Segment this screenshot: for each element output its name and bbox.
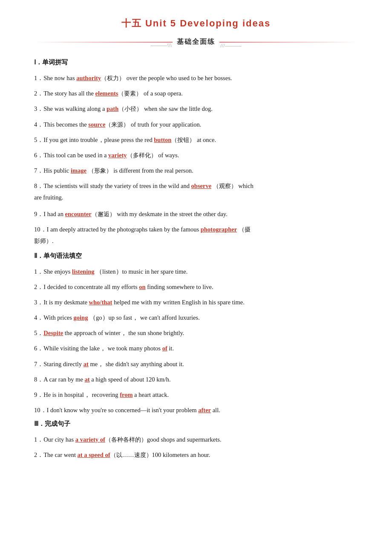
list-item: 9．I had an encounter（邂逅） with my deskmat… bbox=[34, 208, 358, 220]
section-block-1: Ⅰ．单词拼写 1．She now has authority（权力） over … bbox=[34, 58, 358, 247]
list-item: 10．I don't know why you're so concerned—… bbox=[34, 405, 358, 416]
section-banner: ———\\\ 基础全面练 ///——— bbox=[34, 38, 358, 46]
answer-at-speed-of: at a speed of bbox=[78, 451, 110, 458]
section-block-3: Ⅲ．完成句子 1．Our city has a variety of（各种各样的… bbox=[34, 420, 358, 460]
list-item: 2．I decided to concentrate all my effort… bbox=[34, 281, 358, 292]
answer-source: source bbox=[88, 121, 105, 128]
answer-going: going bbox=[74, 314, 88, 321]
banner-label: 基础全面练 bbox=[173, 38, 219, 46]
section-block-2: Ⅱ．单句语法填空 1．She enjoys listening （listen）… bbox=[34, 252, 358, 416]
answer-elements: elements bbox=[95, 90, 118, 97]
list-item: 8．The scientists will study the variety … bbox=[34, 180, 358, 203]
list-item: 1．She enjoys listening （listen）to music … bbox=[34, 266, 358, 277]
list-item: 10．I am deeply attracted by the photogra… bbox=[34, 224, 358, 247]
section-header-2: Ⅱ．单句语法填空 bbox=[34, 252, 358, 260]
list-item: 6．While visiting the lake， we took many … bbox=[34, 343, 358, 354]
banner-right-line: ///——— bbox=[219, 42, 358, 43]
list-item: 3．She was walking along a path（小径） when … bbox=[34, 103, 358, 114]
list-item: 5．Despite the approach of winter， the su… bbox=[34, 327, 358, 338]
list-item: 8．A car ran by me at a high speed of abo… bbox=[34, 374, 358, 385]
answer-variety: variety bbox=[108, 152, 127, 159]
answer-photographer: photographer bbox=[201, 226, 237, 233]
answer-variety-of: a variety of bbox=[75, 436, 105, 443]
answer-listening: listening bbox=[72, 268, 94, 275]
answer-who-that: who/that bbox=[89, 299, 112, 306]
answer-after: after bbox=[198, 407, 211, 413]
answer-encounter: encounter bbox=[65, 211, 92, 217]
answer-on: on bbox=[139, 283, 145, 290]
section-header-1: Ⅰ．单词拼写 bbox=[34, 58, 358, 66]
answer-button: button bbox=[154, 136, 171, 143]
answer-from: from bbox=[120, 391, 133, 398]
list-item: 3．It is my deskmate who/that helped me w… bbox=[34, 297, 358, 308]
list-item: 1．Our city has a variety of（各种各样的）good s… bbox=[34, 434, 358, 445]
banner-left-line: ———\\\ bbox=[34, 42, 173, 43]
list-item: 1．She now has authority（权力） over the peo… bbox=[34, 72, 358, 84]
list-item: 4．This becomes the source（来源） of truth f… bbox=[34, 119, 358, 130]
section-header-3: Ⅲ．完成句子 bbox=[34, 420, 358, 428]
list-item: 6．This tool can be used in a variety（多样化… bbox=[34, 150, 358, 161]
list-item: 5．If you get into trouble，please press t… bbox=[34, 134, 358, 145]
list-item: 7．Staring directly at me， she didn't say… bbox=[34, 358, 358, 370]
list-item: 2．The car went at a speed of（以……速度）100 k… bbox=[34, 449, 358, 460]
answer-at1: at bbox=[84, 361, 89, 367]
answer-authority: authority bbox=[76, 75, 101, 81]
answer-path: path bbox=[107, 105, 118, 112]
answer-observe: observe bbox=[191, 182, 212, 189]
answer-of: of bbox=[162, 345, 167, 352]
answer-image: image bbox=[71, 167, 86, 174]
list-item: 2．The story has all the elements（要素） of … bbox=[34, 88, 358, 99]
answer-despite: Despite bbox=[43, 330, 63, 336]
page-title: 十五 Unit 5 Developing ideas bbox=[34, 17, 358, 30]
list-item: 4．With prices going （go）up so fast， we c… bbox=[34, 312, 358, 323]
list-item: 9．He is in hospital， recovering from a h… bbox=[34, 389, 358, 400]
answer-at2: at bbox=[84, 376, 89, 383]
list-item: 7．His public image （形象） is different fro… bbox=[34, 165, 358, 176]
